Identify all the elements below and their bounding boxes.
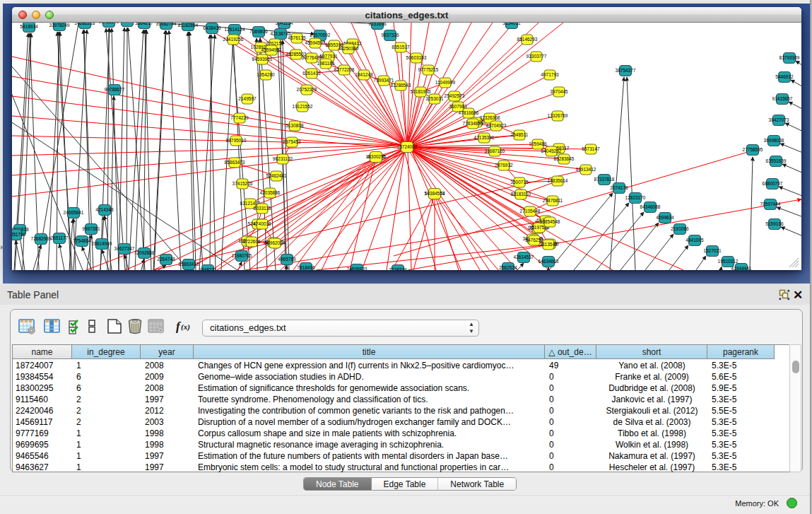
svg-text:72092888: 72092888 — [134, 250, 155, 255]
svg-text:99913412: 99913412 — [576, 167, 596, 172]
svg-text:48250360: 48250360 — [339, 46, 359, 51]
svg-text:5446912: 5446912 — [775, 74, 794, 79]
svg-text:42035886: 42035886 — [260, 190, 281, 195]
svg-text:84346088: 84346088 — [640, 204, 661, 209]
svg-text:4841005: 4841005 — [686, 238, 704, 243]
svg-text:83793389: 83793389 — [779, 55, 800, 60]
svg-text:3253031: 3253031 — [425, 96, 444, 101]
svg-text:2813543: 2813543 — [539, 242, 558, 247]
svg-text:8351517: 8351517 — [392, 45, 410, 49]
svg-text:6438436: 6438436 — [203, 25, 221, 30]
svg-text:9997381: 9997381 — [82, 226, 100, 231]
svg-text:98231132: 98231132 — [273, 156, 293, 161]
svg-text:38754377: 38754377 — [616, 68, 636, 73]
svg-text:27758595: 27758595 — [743, 147, 763, 152]
svg-text:47816686: 47816686 — [459, 110, 479, 115]
svg-text:87337818: 87337818 — [594, 177, 615, 182]
svg-text:85283645: 85283645 — [554, 156, 575, 161]
svg-text:7089806: 7089806 — [249, 29, 268, 34]
svg-text:2264748: 2264748 — [157, 257, 175, 262]
svg-text:7818496: 7818496 — [297, 265, 315, 270]
svg-text:19384554: 19384554 — [425, 191, 445, 196]
svg-text:2876932: 2876932 — [495, 163, 513, 168]
svg-text:6573147: 6573147 — [582, 146, 600, 151]
svg-text:(x): (x) — [181, 322, 190, 332]
svg-text:42614537: 42614537 — [514, 255, 534, 259]
svg-text:1059486: 1059486 — [529, 141, 547, 146]
svg-text:39854548: 39854548 — [540, 219, 560, 224]
svg-text:93303777: 93303777 — [526, 54, 547, 59]
svg-text:2375453: 2375453 — [283, 139, 301, 144]
svg-text:14835614: 14835614 — [548, 178, 568, 183]
svg-text:20752378: 20752378 — [297, 87, 317, 92]
svg-text:50181935: 50181935 — [411, 89, 431, 94]
svg-text:52462441: 52462441 — [266, 173, 287, 178]
svg-text:70597444: 70597444 — [760, 201, 781, 206]
svg-text:1954280: 1954280 — [257, 72, 275, 77]
svg-text:19121552: 19121552 — [293, 104, 313, 109]
svg-text:5977931: 5977931 — [319, 54, 338, 59]
svg-text:66851760: 66851760 — [12, 232, 26, 237]
svg-text:89795010: 89795010 — [226, 138, 247, 143]
svg-text:18724007: 18724007 — [397, 144, 418, 149]
svg-text:18300295: 18300295 — [366, 154, 387, 159]
svg-text:27105448: 27105448 — [520, 209, 541, 214]
svg-text:11049999: 11049999 — [435, 80, 456, 85]
svg-text:34627347: 34627347 — [114, 246, 135, 251]
svg-text:73993471: 73993471 — [374, 78, 394, 83]
svg-text:5041154: 5041154 — [276, 23, 293, 25]
svg-text:9937326: 9937326 — [381, 33, 399, 37]
svg-text:3154051: 3154051 — [502, 23, 521, 25]
svg-text:85146293: 85146293 — [517, 37, 538, 42]
svg-text:45594597: 45594597 — [305, 40, 326, 45]
svg-text:38427073: 38427073 — [769, 117, 789, 122]
svg-text:4694634: 4694634 — [656, 215, 674, 220]
svg-text:50962024: 50962024 — [265, 240, 286, 245]
svg-text:13326769: 13326769 — [548, 113, 568, 118]
svg-text:24282218: 24282218 — [75, 23, 95, 25]
svg-text:1841248: 1841248 — [355, 72, 373, 77]
svg-text:7728339: 7728339 — [389, 267, 407, 270]
svg-text:8722606: 8722606 — [242, 239, 261, 244]
svg-text:1981186: 1981186 — [317, 61, 335, 66]
svg-text:7774229: 7774229 — [230, 115, 249, 120]
svg-text:31687165: 31687165 — [485, 148, 505, 153]
svg-text:4576135: 4576135 — [288, 35, 306, 40]
svg-text:2149597: 2149597 — [238, 96, 257, 101]
svg-text:36998038: 36998038 — [764, 138, 784, 143]
svg-text:1527021: 1527021 — [703, 248, 722, 253]
svg-text:31682744: 31682744 — [156, 23, 177, 26]
svg-text:11980765: 11980765 — [232, 253, 252, 258]
svg-text:19510312: 19510312 — [718, 259, 739, 264]
svg-text:99788677: 99788677 — [105, 87, 125, 92]
svg-text:3970445: 3970445 — [550, 89, 568, 94]
svg-text:64634663: 64634663 — [539, 259, 559, 264]
svg-text:12823170: 12823170 — [625, 195, 646, 200]
svg-text:20570592: 20570592 — [310, 33, 331, 37]
svg-text:3564217: 3564217 — [135, 23, 153, 25]
svg-text:85863473: 85863473 — [225, 160, 245, 165]
svg-text:12614124: 12614124 — [225, 27, 245, 32]
svg-text:97775215: 97775215 — [418, 67, 439, 72]
svg-text:95758349: 95758349 — [99, 23, 119, 24]
svg-text:6261415: 6261415 — [302, 71, 321, 76]
svg-text:2651177: 2651177 — [51, 235, 69, 240]
svg-text:47135391: 47135391 — [474, 135, 495, 140]
svg-text:83863413: 83863413 — [179, 262, 199, 267]
svg-text:1848731: 1848731 — [199, 267, 217, 270]
svg-text:77834855: 77834855 — [463, 121, 483, 126]
svg-text:4971793: 4971793 — [541, 72, 559, 77]
svg-text:84045292: 84045292 — [541, 148, 562, 153]
svg-text:41944441: 41944441 — [731, 266, 752, 270]
svg-text:6033115: 6033115 — [254, 206, 271, 211]
svg-text:88183110: 88183110 — [511, 192, 531, 197]
svg-text:23419256: 23419256 — [223, 37, 244, 42]
svg-text:28814949: 28814949 — [92, 241, 112, 246]
svg-text:37415205: 37415205 — [233, 181, 253, 186]
svg-text:2548511: 2548511 — [511, 132, 529, 137]
svg-text:2582524: 2582524 — [499, 265, 517, 270]
svg-text:50603163: 50603163 — [406, 55, 427, 60]
svg-text:37326368: 37326368 — [480, 115, 500, 120]
svg-text:29876811: 29876811 — [543, 198, 563, 203]
svg-text:45594951: 45594951 — [261, 47, 282, 52]
